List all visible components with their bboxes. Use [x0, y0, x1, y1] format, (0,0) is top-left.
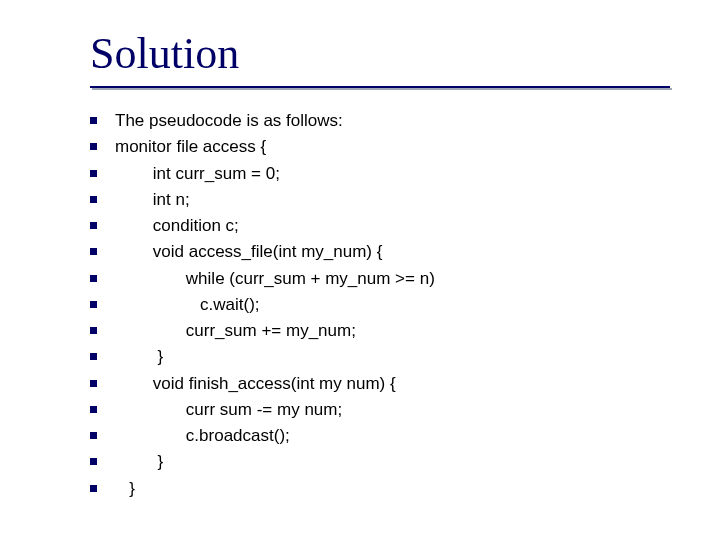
list-item: curr_sum += my_num;	[90, 320, 690, 341]
square-bullet-icon	[90, 458, 97, 465]
list-item: curr sum -= my num;	[90, 399, 690, 420]
slide: Solution The pseudocode is as follows:mo…	[0, 0, 720, 540]
list-item-text: curr sum -= my num;	[115, 399, 342, 420]
square-bullet-icon	[90, 275, 97, 282]
square-bullet-icon	[90, 248, 97, 255]
square-bullet-icon	[90, 301, 97, 308]
list-item: }	[90, 346, 690, 367]
list-item: condition c;	[90, 215, 690, 236]
list-item: }	[90, 478, 690, 499]
list-item-text: curr_sum += my_num;	[115, 320, 356, 341]
list-item-text: c.wait();	[115, 294, 260, 315]
square-bullet-icon	[90, 170, 97, 177]
list-item: monitor file access {	[90, 136, 690, 157]
list-item: while (curr_sum + my_num >= n)	[90, 268, 690, 289]
square-bullet-icon	[90, 353, 97, 360]
square-bullet-icon	[90, 432, 97, 439]
slide-body: The pseudocode is as follows:monitor fil…	[90, 110, 690, 504]
square-bullet-icon	[90, 485, 97, 492]
list-item-text: void access_file(int my_num) {	[115, 241, 382, 262]
square-bullet-icon	[90, 143, 97, 150]
list-item: int n;	[90, 189, 690, 210]
list-item-text: c.broadcast();	[115, 425, 290, 446]
slide-title: Solution	[90, 28, 239, 79]
square-bullet-icon	[90, 380, 97, 387]
list-item-text: int curr_sum = 0;	[115, 163, 280, 184]
list-item: void finish_access(int my num) {	[90, 373, 690, 394]
list-item: The pseudocode is as follows:	[90, 110, 690, 131]
list-item-text: monitor file access {	[115, 136, 266, 157]
list-item: int curr_sum = 0;	[90, 163, 690, 184]
list-item-text: }	[115, 451, 163, 472]
list-item-text: int n;	[115, 189, 190, 210]
list-item: c.wait();	[90, 294, 690, 315]
square-bullet-icon	[90, 196, 97, 203]
square-bullet-icon	[90, 117, 97, 124]
list-item: }	[90, 451, 690, 472]
list-item-text: The pseudocode is as follows:	[115, 110, 343, 131]
list-item-text: while (curr_sum + my_num >= n)	[115, 268, 435, 289]
square-bullet-icon	[90, 406, 97, 413]
title-underline-shadow	[92, 88, 672, 90]
list-item-text: }	[115, 478, 135, 499]
list-item: c.broadcast();	[90, 425, 690, 446]
square-bullet-icon	[90, 327, 97, 334]
list-item-text: condition c;	[115, 215, 239, 236]
square-bullet-icon	[90, 222, 97, 229]
list-item: void access_file(int my_num) {	[90, 241, 690, 262]
list-item-text: void finish_access(int my num) {	[115, 373, 396, 394]
list-item-text: }	[115, 346, 163, 367]
